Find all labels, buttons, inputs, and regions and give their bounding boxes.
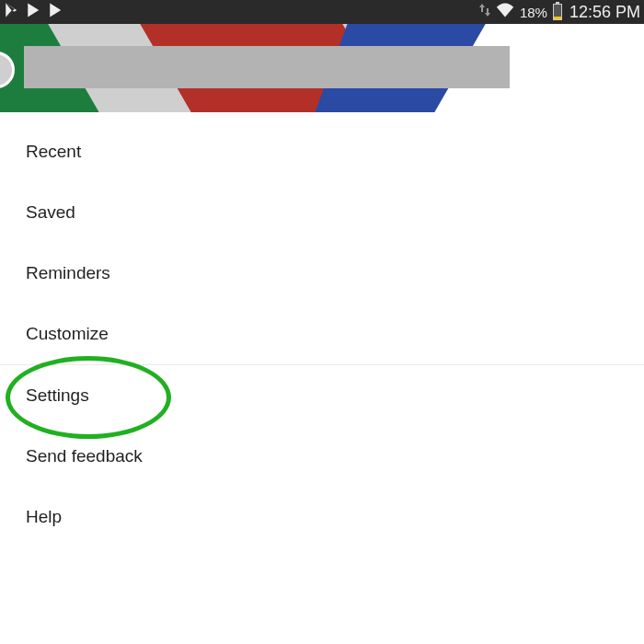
menu-item-saved[interactable]: Saved [0, 182, 644, 243]
status-icons-right: 18% 12:56 PM [479, 3, 640, 22]
menu-item-settings[interactable]: Settings [0, 365, 644, 426]
data-transfer-icon [479, 4, 490, 20]
play-store-icon [48, 2, 64, 22]
menu-item-label: Send feedback [26, 446, 143, 466]
menu-item-label: Help [26, 507, 62, 526]
status-bar: 18% 12:56 PM [0, 0, 644, 24]
menu-item-send-feedback[interactable]: Send feedback [0, 426, 644, 487]
wifi-icon [496, 3, 514, 21]
menu-item-reminders[interactable]: Reminders [0, 243, 644, 304]
battery-percentage: 18% [520, 5, 547, 20]
app-header [0, 24, 644, 112]
battery-fill [554, 17, 561, 19]
menu-item-label: Saved [26, 202, 75, 222]
menu-item-label: Settings [26, 385, 89, 405]
play-store-icon [26, 2, 42, 22]
play-store-icon [4, 2, 20, 22]
menu-item-recent[interactable]: Recent [0, 121, 644, 182]
menu-item-label: Customize [26, 324, 109, 343]
dropdown-icon[interactable] [609, 66, 624, 83]
menu-list: Recent Saved Reminders Customize Setting… [0, 112, 644, 547]
status-icons-left [0, 2, 64, 22]
menu-item-help[interactable]: Help [0, 487, 644, 547]
menu-item-customize[interactable]: Customize [0, 304, 644, 364]
menu-item-label: Recent [26, 142, 81, 161]
search-input[interactable] [24, 46, 510, 88]
battery-icon [553, 4, 562, 20]
clock: 12:56 PM [569, 3, 640, 22]
menu-item-label: Reminders [26, 263, 110, 282]
